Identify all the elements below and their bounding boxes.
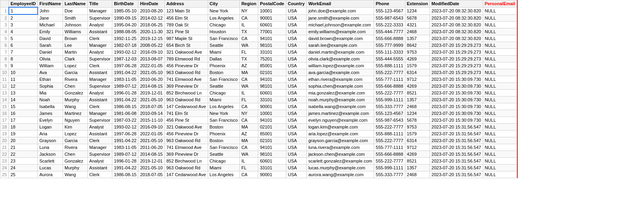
column-header-FirstName[interactable]: FirstName bbox=[38, 0, 63, 8]
cell-EmployeeID: 9 bbox=[9, 62, 38, 69]
cell-ModifiedDate: 2023-07-20 15:31:56.547 bbox=[430, 131, 483, 137]
cell-PostalCode: 94101 bbox=[258, 117, 286, 124]
cell-WorkEmail: david.brown@example.com bbox=[306, 35, 374, 42]
cell-ModifiedDate: 2023-07-20 15:30:09.730 bbox=[430, 76, 483, 83]
cell-Region: NY bbox=[239, 7, 258, 14]
cell-WorkEmail: jackson.chen@example.com bbox=[306, 151, 374, 158]
cell-Address: 963 Oakwood Rd bbox=[164, 137, 208, 144]
cell-EmployeeID: 24 bbox=[9, 165, 38, 171]
row-number: 12 bbox=[0, 83, 9, 90]
cell-WorkEmail: lucas.murphy@example.com bbox=[306, 165, 374, 171]
cell-LastName: Doe bbox=[63, 7, 88, 14]
cell-PersonalEmail: NULL bbox=[483, 56, 517, 62]
cell-EmployeeID: 19 bbox=[9, 131, 38, 137]
column-header-PersonalEmail[interactable]: PersonalEmail bbox=[483, 0, 517, 8]
column-header-ModifiedDate[interactable]: ModifiedDate bbox=[430, 0, 483, 8]
column-header-rownum[interactable] bbox=[0, 0, 9, 8]
cell-LastName: Martinez bbox=[63, 110, 88, 117]
table-row: 1919AriaLopezAssistant1997-06-282022-01-… bbox=[0, 131, 517, 137]
column-header-City[interactable]: City bbox=[208, 0, 239, 8]
cell-Title: Supervisor bbox=[87, 56, 112, 62]
cell-FirstName: William bbox=[38, 62, 63, 69]
cell-ModifiedDate: 2023-07-20 08:32:30.820 bbox=[430, 7, 483, 14]
cell-LastName: Lee bbox=[63, 42, 88, 49]
cell-Extension: 1357 bbox=[405, 35, 430, 42]
cell-Extension: 8521 bbox=[405, 90, 430, 96]
cell-Country: USA bbox=[286, 131, 306, 137]
column-header-Country[interactable]: Country bbox=[286, 0, 306, 8]
cell-PersonalEmail: NULL bbox=[483, 131, 517, 137]
column-header-EmployeeID[interactable]: EmployeeID bbox=[9, 0, 38, 8]
cell-BirthDate: 1996-01-28 bbox=[112, 90, 138, 96]
cell-Region: CA bbox=[239, 76, 258, 83]
row-number: 22 bbox=[0, 151, 9, 158]
cell-Address: 321 Pine St bbox=[164, 28, 208, 35]
cell-Phone: 555-444-7777 bbox=[374, 28, 405, 35]
row-number: 17 bbox=[0, 117, 9, 124]
cell-Country: USA bbox=[286, 14, 306, 22]
cell-Country: USA bbox=[286, 62, 306, 69]
cell-Title: Supervisor bbox=[87, 117, 112, 124]
column-header-Title[interactable]: Title bbox=[87, 0, 112, 8]
cell-BirthDate: 1995-04-20 bbox=[112, 22, 138, 28]
cell-EmployeeID: 3 bbox=[9, 22, 38, 28]
cell-PersonalEmail: NULL bbox=[483, 124, 517, 131]
cell-Extension: 8642 bbox=[405, 42, 430, 49]
cell-FirstName: Daniel bbox=[38, 49, 63, 56]
cell-City: Dallas bbox=[208, 56, 239, 62]
cell-HireDate: 2018-06-25 bbox=[138, 22, 164, 28]
cell-PostalCode: 60601 bbox=[258, 90, 286, 96]
cell-Title: Assistant bbox=[87, 69, 112, 76]
cell-City: San Francisco bbox=[208, 144, 239, 151]
cell-LastName: Garcia bbox=[63, 69, 88, 76]
cell-Address: 456 Pineview Dr bbox=[164, 62, 208, 69]
cell-Address: 321 Oakwood Ave bbox=[164, 124, 208, 131]
cell-Phone: 555-999-1111 bbox=[374, 96, 405, 103]
cell-FirstName: David bbox=[38, 35, 63, 42]
table-header: EmployeeIDFirstNameLastNameTitleBirthDat… bbox=[0, 0, 517, 8]
cell-HireDate: 2021-05-10 bbox=[138, 165, 164, 171]
column-header-Address[interactable]: Address bbox=[164, 0, 208, 8]
cell-Country: USA bbox=[286, 137, 306, 144]
cell-PersonalEmail: NULL bbox=[483, 137, 517, 144]
cell-Title: Assistant bbox=[87, 96, 112, 103]
cell-City: Miami bbox=[208, 165, 239, 171]
cell-WorkEmail: jane.smith@example.com bbox=[306, 14, 374, 22]
column-header-LastName[interactable]: LastName bbox=[63, 0, 88, 8]
cell-Region: WA bbox=[239, 83, 258, 90]
cell-City: Seattle bbox=[208, 151, 239, 158]
cell-City: Los Angeles bbox=[208, 14, 239, 22]
column-header-HireDate[interactable]: HireDate bbox=[138, 0, 164, 8]
cell-EmployeeID: 17 bbox=[9, 117, 38, 124]
cell-ModifiedDate: 2023-07-20 15:31:56.547 bbox=[430, 165, 483, 171]
cell-Address: 654 Birch St bbox=[164, 42, 208, 49]
column-header-PostalCode[interactable]: PostalCode bbox=[258, 0, 286, 8]
column-header-Extension[interactable]: Extension bbox=[405, 0, 430, 8]
cell-ModifiedDate: 2023-07-20 15:30:09.730 bbox=[430, 103, 483, 110]
cell-LastName: Wang bbox=[63, 171, 88, 178]
cell-BirthDate: 1991-04-22 bbox=[112, 165, 138, 171]
row-number: 3 bbox=[0, 22, 9, 28]
column-header-Region[interactable]: Region bbox=[239, 0, 258, 8]
cell-HireDate: 2021-05-10 bbox=[138, 137, 164, 144]
column-header-Phone[interactable]: Phone bbox=[374, 0, 405, 8]
cell-HireDate: 2020-11-30 bbox=[138, 28, 164, 35]
cell-PostalCode: 85001 bbox=[258, 62, 286, 69]
cell-HireDate: 2011-06-20 bbox=[138, 144, 164, 151]
cell-City: Los Angeles bbox=[208, 103, 239, 110]
column-header-WorkEmail[interactable]: WorkEmail bbox=[306, 0, 374, 8]
cell-Phone: 555-777-1111 bbox=[374, 144, 405, 151]
cell-WorkEmail: aurora.wang@example.com bbox=[306, 171, 374, 178]
row-number: 25 bbox=[0, 171, 9, 178]
cell-Region: CA bbox=[239, 14, 258, 22]
cell-FirstName: Scarlett bbox=[38, 158, 63, 165]
cell-EmployeeID: 15 bbox=[9, 103, 38, 110]
cell-City: New York bbox=[208, 110, 239, 117]
table-row: 1717EvelynNguyenSupervisor1987-03-222015… bbox=[0, 117, 517, 124]
cell-HireDate: 2014-02-12 bbox=[138, 14, 164, 22]
cell-PersonalEmail: NULL bbox=[483, 165, 517, 171]
cell-FirstName: Lucas bbox=[38, 165, 63, 171]
column-header-BirthDate[interactable]: BirthDate bbox=[112, 0, 138, 8]
cell-Extension: 1579 bbox=[405, 131, 430, 137]
cell-City: San Francisco bbox=[208, 76, 239, 83]
